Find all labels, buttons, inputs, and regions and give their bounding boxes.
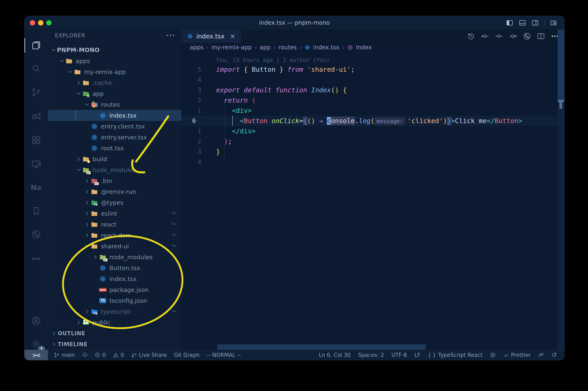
npm-icon: npm bbox=[99, 286, 106, 293]
activity-explorer[interactable] bbox=[24, 34, 48, 56]
tree-item--types[interactable]: TS @types bbox=[48, 197, 181, 208]
panel-timeline[interactable]: TIMELINE bbox=[48, 339, 181, 350]
split-editor-icon[interactable] bbox=[537, 32, 545, 40]
history-icon[interactable] bbox=[467, 32, 475, 40]
tree-item-shared-ui[interactable]: shared-ui bbox=[48, 241, 181, 252]
status-item-0[interactable]: 0 bbox=[95, 352, 106, 358]
status-item-sync[interactable] bbox=[82, 352, 88, 358]
status-item-octoface[interactable] bbox=[490, 352, 496, 358]
line-number: 1 bbox=[182, 126, 206, 136]
branch-circle-icon[interactable] bbox=[523, 32, 531, 40]
status-item--normal-[interactable]: -- NORMAL -- bbox=[207, 352, 241, 358]
explorer-more-actions-icon[interactable]: ··· bbox=[166, 32, 175, 39]
gitlens-forward-icon[interactable] bbox=[509, 32, 517, 40]
folder-tan-icon bbox=[91, 232, 98, 239]
tree-item-entry-client-tsx[interactable]: entry.client.tsx bbox=[48, 121, 181, 132]
status-item-typescript-react[interactable]: { } TypeScript React bbox=[428, 352, 483, 358]
tree-item-entry-server-tsx[interactable]: entry.server.tsx bbox=[48, 132, 181, 143]
tree-item-app[interactable]: ⚙ app bbox=[48, 88, 181, 99]
status-item-ln-6-col-30[interactable]: Ln 6, Col 30 bbox=[319, 352, 351, 358]
tree-item--cache[interactable]: .cache bbox=[48, 77, 181, 88]
explorer-title: EXPLORER bbox=[55, 32, 86, 39]
tree-item-typescript[interactable]: TS typescript bbox=[48, 306, 181, 317]
editor-group[interactable]: index.tsx × apps›my-remix-app›app›routes… bbox=[182, 30, 564, 350]
tree-item-package-json[interactable]: npm package.json bbox=[48, 284, 181, 295]
tree-item-react-dom[interactable]: react-dom bbox=[48, 230, 181, 241]
breadcrumb-separator: › bbox=[255, 44, 257, 51]
folder-bin-icon: 01 bbox=[91, 177, 98, 185]
folder-ts-icon: TS bbox=[91, 308, 98, 315]
tree-item-apps[interactable]: apps bbox=[48, 56, 181, 66]
status-item-feedback[interactable] bbox=[538, 352, 544, 358]
tree-item-index-tsx[interactable]: index.tsx bbox=[48, 273, 181, 284]
tree-item-my-remix-app[interactable]: my-remix-app bbox=[48, 66, 181, 77]
layout-controls bbox=[506, 16, 557, 30]
horizontal-scrollbar[interactable] bbox=[217, 344, 426, 350]
react-icon bbox=[91, 145, 98, 152]
gitlens-back-icon[interactable] bbox=[481, 32, 489, 40]
activity-nx[interactable]: N≥ bbox=[24, 177, 48, 198]
tab-index-tsx[interactable]: index.tsx × bbox=[182, 30, 241, 43]
tree-item-tsconfig-json[interactable]: TS tsconfig.json bbox=[48, 295, 181, 306]
layout-sidebar-right-icon[interactable] bbox=[531, 19, 539, 26]
tab-close-icon[interactable]: × bbox=[230, 32, 235, 40]
breadcrumb-file[interactable]: index.tsx bbox=[313, 44, 339, 51]
code-line: 6 <Button onClick={() ⇒ console.log(mess… bbox=[182, 116, 558, 126]
editor-actions bbox=[467, 30, 559, 43]
breadcrumb-item[interactable]: my-remix-app bbox=[211, 44, 252, 51]
status-item-utf-8[interactable]: UTF-8 bbox=[392, 352, 407, 358]
minimize-window-button[interactable] bbox=[38, 20, 43, 25]
code-area[interactable]: You, 23 hours ago | 1 author (You) 5 imp… bbox=[182, 52, 558, 350]
breadcrumb-symbol[interactable]: Index bbox=[356, 44, 372, 51]
status-item-bell-dot[interactable] bbox=[551, 352, 557, 358]
layout-panel-icon[interactable] bbox=[519, 19, 526, 26]
tree-item--bin[interactable]: 01 .bin bbox=[48, 175, 181, 186]
activity-git-graph[interactable] bbox=[24, 223, 48, 245]
status-item-prettier[interactable]: Prettier bbox=[503, 352, 531, 358]
tree-item-node-modules[interactable]: JS node_modules bbox=[48, 165, 181, 175]
panel-outline[interactable]: OUTLINE bbox=[48, 328, 181, 339]
file-tree: PNPM-MONO apps my-remix-app .cache ⚙ app… bbox=[48, 45, 181, 328]
activity-source-control[interactable] bbox=[24, 81, 48, 103]
status-item-0[interactable]: 0 bbox=[113, 352, 124, 358]
status-item-git-graph[interactable]: Git Graph bbox=[174, 352, 200, 358]
activity-bookmarks[interactable] bbox=[24, 200, 48, 222]
tree-item-eslint[interactable]: eslint bbox=[48, 208, 181, 219]
gitlens-current-icon[interactable] bbox=[495, 32, 503, 40]
layout-sidebar-left-icon[interactable] bbox=[506, 19, 513, 26]
activity-run-debug[interactable] bbox=[24, 105, 48, 127]
status-item-main[interactable]: main bbox=[54, 352, 75, 358]
tree-item-react[interactable]: react bbox=[48, 219, 181, 230]
breadcrumb-item[interactable]: apps bbox=[190, 44, 203, 51]
layout-customize-icon[interactable] bbox=[550, 19, 557, 26]
zoom-window-button[interactable] bbox=[46, 20, 52, 25]
ts-icon: TS bbox=[99, 297, 106, 304]
tree-item-button-tsx[interactable]: Button.tsx bbox=[48, 263, 181, 273]
activity-search[interactable] bbox=[24, 58, 48, 80]
error-icon bbox=[95, 352, 100, 358]
tree-item-index-tsx[interactable]: index.tsx bbox=[48, 110, 181, 121]
status-item-lf[interactable]: LF bbox=[414, 352, 420, 358]
status-item-spaces-2[interactable]: Spaces: 2 bbox=[358, 352, 384, 358]
tree-root-pnpm-mono[interactable]: PNPM-MONO bbox=[48, 45, 181, 56]
activity-account[interactable] bbox=[24, 310, 48, 332]
code-line: 2 return ( bbox=[182, 95, 558, 105]
status-item-live-share[interactable]: Live Share bbox=[131, 352, 167, 358]
folder-tan-icon bbox=[74, 68, 81, 76]
activity-extensions[interactable] bbox=[24, 129, 48, 151]
tree-item--remix-run[interactable]: @remix-run bbox=[48, 186, 181, 197]
breadcrumb-item[interactable]: app bbox=[260, 44, 271, 51]
folder-types-icon: TS bbox=[91, 199, 98, 206]
tree-item-routes[interactable]: routes bbox=[48, 99, 181, 110]
activity-more[interactable] bbox=[24, 248, 48, 270]
tree-item-root-tsx[interactable]: root.tsx bbox=[48, 143, 181, 154]
folder-tan-icon bbox=[82, 79, 90, 87]
tree-item-node-modules[interactable]: JS node_modules bbox=[48, 252, 181, 263]
vertical-scrollbar[interactable] bbox=[558, 30, 564, 350]
remote-indicator[interactable]: >< bbox=[24, 350, 48, 360]
breadcrumb-item[interactable]: routes bbox=[278, 44, 297, 51]
activity-remote-explorer[interactable] bbox=[24, 153, 48, 175]
tree-item-build[interactable]: build bbox=[48, 154, 181, 165]
tree-item-public[interactable]: public bbox=[48, 317, 181, 328]
close-window-button[interactable] bbox=[30, 20, 35, 25]
